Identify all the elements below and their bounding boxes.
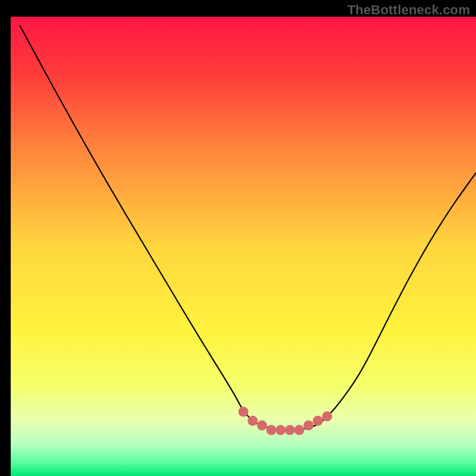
optimal-marker-dot bbox=[322, 411, 332, 421]
optimal-marker-dot bbox=[313, 416, 323, 426]
optimal-marker-dot bbox=[248, 416, 258, 426]
watermark-text: TheBottleneck.com bbox=[347, 2, 470, 18]
optimal-marker-dot bbox=[266, 425, 276, 435]
optimal-marker-dot bbox=[239, 406, 249, 416]
bottleneck-chart bbox=[0, 0, 476, 476]
optimal-marker-dot bbox=[275, 425, 286, 435]
optimal-marker-dot bbox=[294, 425, 304, 435]
optimal-marker-dot bbox=[303, 421, 314, 431]
optimal-marker-dot bbox=[257, 421, 267, 431]
optimal-marker-dot bbox=[285, 425, 295, 435]
